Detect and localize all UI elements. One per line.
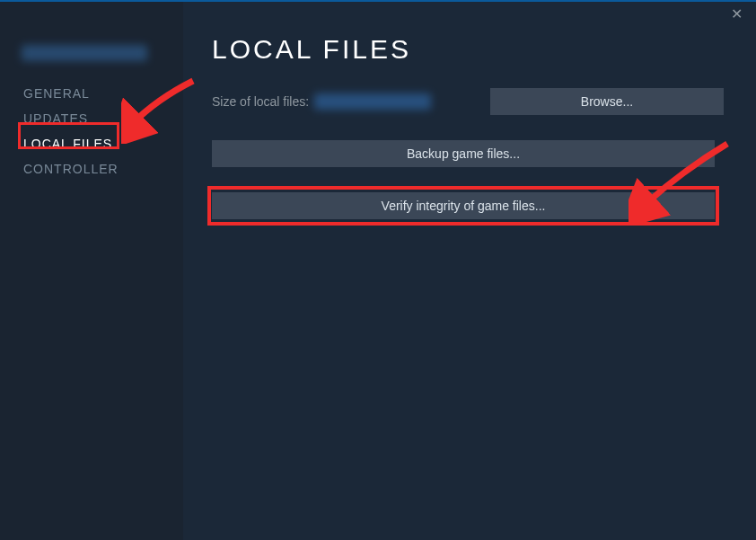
backup-button[interactable]: Backup game files... [212, 140, 715, 167]
browse-button[interactable]: Browse... [490, 88, 724, 115]
verify-button[interactable]: Verify integrity of game files... [212, 192, 715, 219]
verify-wrap: Verify integrity of game files... [212, 192, 724, 219]
sidebar-item-general[interactable]: GENERAL [0, 81, 183, 106]
main-panel: LOCAL FILES Size of local files: Browse.… [183, 2, 756, 540]
layout: GENERAL UPDATES LOCAL FILES CONTROLLER L… [0, 2, 756, 540]
sidebar-item-local-files[interactable]: LOCAL FILES [0, 131, 183, 156]
size-row: Size of local files: Browse... [212, 88, 724, 115]
size-value-redacted [314, 93, 431, 110]
size-label: Size of local files: [212, 94, 309, 109]
page-title: LOCAL FILES [212, 34, 724, 65]
sidebar-item-controller[interactable]: CONTROLLER [0, 156, 183, 181]
sidebar: GENERAL UPDATES LOCAL FILES CONTROLLER [0, 2, 183, 540]
game-title-redacted [22, 45, 147, 61]
sidebar-item-updates[interactable]: UPDATES [0, 106, 183, 131]
